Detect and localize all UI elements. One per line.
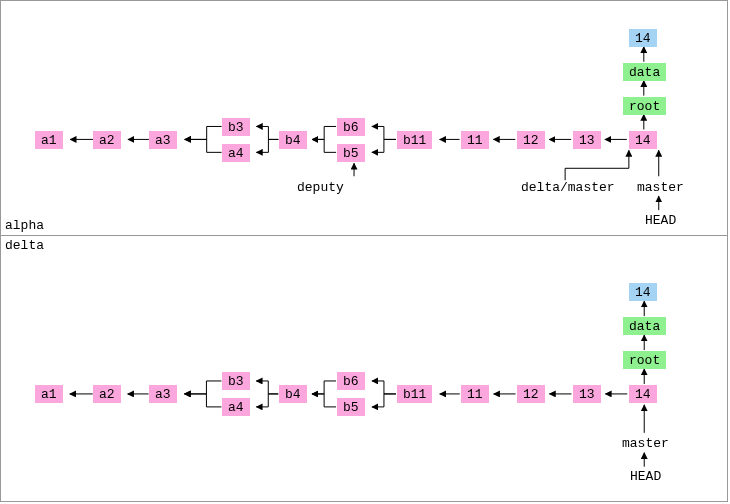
commit-12: 12 xyxy=(517,131,545,149)
commit-a3-d: a3 xyxy=(149,385,177,403)
commit-a4: a4 xyxy=(222,144,250,162)
tree-data-d: data xyxy=(623,317,666,335)
blob-14-d: 14 xyxy=(629,283,657,301)
ref-deputy: deputy xyxy=(297,180,344,195)
ref-master-delta: master xyxy=(622,436,669,451)
commit-a4-d: a4 xyxy=(222,398,250,416)
commit-b4: b4 xyxy=(279,131,307,149)
tree-root-d: root xyxy=(623,351,666,369)
ref-master-alpha: master xyxy=(637,180,684,195)
ref-head-delta: HEAD xyxy=(630,469,661,484)
commit-14-d: 14 xyxy=(629,385,657,403)
commit-b5-d: b5 xyxy=(337,398,365,416)
ref-delta-master: delta/master xyxy=(521,180,615,195)
commit-b6-d: b6 xyxy=(337,372,365,390)
panel-alpha: alpha xyxy=(1,1,727,236)
commit-b3: b3 xyxy=(222,118,250,136)
commit-a2-d: a2 xyxy=(93,385,121,403)
commit-a1: a1 xyxy=(35,131,63,149)
tree-root: root xyxy=(623,97,666,115)
panel-delta-label: delta xyxy=(5,238,44,253)
diagram-container: alpha xyxy=(0,0,728,502)
ref-head-alpha: HEAD xyxy=(645,213,676,228)
commit-a2: a2 xyxy=(93,131,121,149)
commit-b11-d: b11 xyxy=(397,385,432,403)
commit-b4-d: b4 xyxy=(279,385,307,403)
commit-14: 14 xyxy=(629,131,657,149)
panel-delta: delta xyxy=(1,236,727,502)
commit-b3-d: b3 xyxy=(222,372,250,390)
blob-14: 14 xyxy=(629,29,657,47)
delta-arrows xyxy=(1,236,727,502)
commit-b6: b6 xyxy=(337,118,365,136)
panel-alpha-label: alpha xyxy=(5,218,44,233)
commit-b11: b11 xyxy=(397,131,432,149)
commit-11-d: 11 xyxy=(461,385,489,403)
commit-13-d: 13 xyxy=(573,385,601,403)
commit-b5: b5 xyxy=(337,144,365,162)
commit-a3: a3 xyxy=(149,131,177,149)
tree-data: data xyxy=(623,63,666,81)
commit-11: 11 xyxy=(461,131,489,149)
commit-13: 13 xyxy=(573,131,601,149)
commit-12-d: 12 xyxy=(517,385,545,403)
commit-a1-d: a1 xyxy=(35,385,63,403)
